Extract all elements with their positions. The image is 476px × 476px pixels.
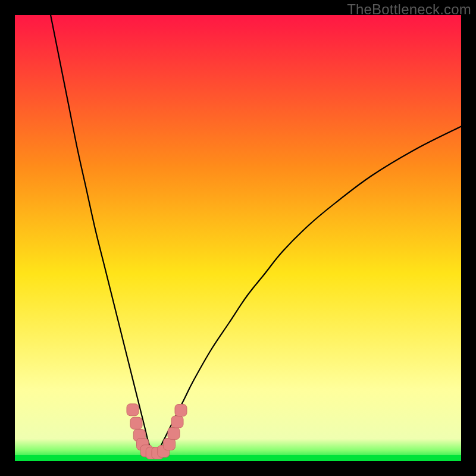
green-band (15, 455, 461, 461)
trough-marker (175, 405, 187, 416)
gradient-background (15, 15, 461, 461)
trough-marker (168, 428, 180, 440)
watermark-text: TheBottleneck.com (347, 1, 471, 18)
trough-marker (130, 417, 142, 429)
chart-plot-area (15, 15, 461, 461)
trough-marker (164, 439, 176, 450)
chart-svg (15, 15, 461, 461)
trough-marker (127, 404, 139, 416)
chart-frame: TheBottleneck.com (0, 0, 476, 476)
trough-marker (171, 416, 183, 428)
